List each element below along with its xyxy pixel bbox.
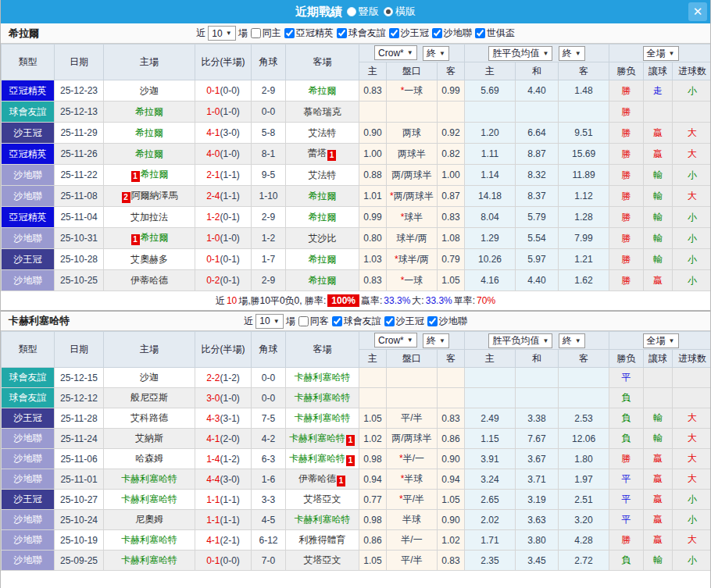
- away-team-name: 卡赫利塞哈特: [295, 372, 351, 383]
- competition-checkbox-item[interactable]: 沙地聯: [427, 315, 467, 328]
- away-team-cell: 慕哈瑞克: [286, 102, 359, 123]
- away-team-cell: 希拉爾: [286, 80, 359, 102]
- recent-count-select[interactable]: 10▼: [208, 26, 235, 41]
- matches-label: 場: [238, 27, 248, 40]
- home-team-name: 艾加拉法: [130, 212, 168, 223]
- result-winloss: 負: [609, 388, 644, 408]
- competition-checkbox[interactable]: [384, 316, 395, 326]
- avg-select[interactable]: 胜平负均值▼: [488, 333, 552, 348]
- avg-home: 2.35: [465, 551, 516, 571]
- result-goals: 小: [673, 510, 711, 530]
- odds-away: [438, 102, 465, 123]
- away-team-cell: 卡赫利塞哈特: [286, 368, 359, 388]
- close-button[interactable]: ✕: [688, 2, 707, 21]
- recent-count-value: 10: [212, 28, 222, 39]
- same-venue-checkbox-item[interactable]: 同主: [250, 27, 281, 40]
- match-date: 25-10-19: [55, 530, 104, 551]
- competition-checkbox-item[interactable]: 球會友誼: [336, 27, 386, 40]
- avg-home: [465, 368, 516, 388]
- competition-checkbox-item[interactable]: 世俱盃: [474, 27, 515, 40]
- competition-checkbox[interactable]: [337, 28, 347, 38]
- away-team-cell: 卡赫利塞哈特: [286, 510, 359, 530]
- recent-count-select[interactable]: 10▼: [255, 314, 283, 329]
- away-team-cell: 希拉爾: [286, 186, 359, 207]
- home-team-name: 尼奧姆: [135, 514, 163, 525]
- halftime-score: (1-1): [220, 515, 240, 526]
- scope-select[interactable]: 全場▼: [643, 46, 679, 61]
- result-winloss: 勝: [609, 165, 644, 186]
- competition-checkbox-item[interactable]: 沙王冠: [388, 27, 429, 40]
- avg-home: 1.15: [465, 429, 516, 449]
- halftime-score: (1-0): [220, 233, 240, 244]
- corner-count: 1-2: [252, 228, 286, 249]
- avg-draw: 5.97: [516, 249, 559, 270]
- competition-label: 世俱盃: [487, 27, 515, 40]
- competition-checkbox-item[interactable]: 亞冠精英: [284, 27, 334, 40]
- competition-checkbox-item[interactable]: 球會友誼: [331, 315, 381, 328]
- avg-select[interactable]: 胜平负均值▼: [488, 46, 552, 61]
- handicap-text: 球半/两: [398, 254, 429, 265]
- corner-count: 8-1: [252, 144, 286, 165]
- away-team-name: 卡赫利塞哈特: [295, 392, 351, 403]
- same-venue-checkbox-item[interactable]: 同客: [298, 315, 329, 328]
- competition-checkbox[interactable]: [427, 316, 438, 326]
- score-cell: 4-1(2-0): [195, 429, 252, 449]
- layout-radio-horizontal[interactable]: 橫版: [384, 5, 416, 19]
- same-venue-label: 同客: [310, 315, 329, 328]
- avg-final-select[interactable]: 終▼: [559, 46, 585, 61]
- result-winloss: 勝: [609, 228, 644, 249]
- corner-count: 7-0: [252, 551, 286, 571]
- fulltime-score: 4-3: [206, 413, 220, 424]
- result-winloss: 平: [609, 510, 644, 530]
- competition-checkbox[interactable]: [389, 28, 399, 38]
- home-team-cell: 希拉爾: [104, 123, 195, 144]
- fulltime-score: 1-0: [206, 106, 220, 117]
- rank-badge: 2: [122, 192, 130, 203]
- layout-radio-vertical[interactable]: 豎版: [347, 5, 379, 19]
- dropdown-caret-icon: ▼: [669, 337, 675, 344]
- competition-checkbox[interactable]: [332, 316, 342, 326]
- col-header-away: 客場: [286, 45, 359, 80]
- competition-checkbox[interactable]: [432, 28, 442, 38]
- bookmaker-select[interactable]: Crow*▼: [374, 45, 417, 60]
- odds-final-select[interactable]: 終▼: [423, 333, 449, 348]
- away-team-cell: 艾法特: [286, 165, 359, 186]
- rank-badge: 1: [346, 435, 355, 446]
- avg-draw: 3.71: [516, 469, 559, 490]
- scope-select[interactable]: 全場▼: [643, 333, 679, 348]
- odds-away: 1.02: [438, 530, 465, 551]
- odds-home: 0.90: [359, 123, 387, 144]
- col-header-odds-home: 主: [359, 350, 387, 368]
- corner-count: 1-6: [252, 469, 286, 490]
- avg-draw: 3.67: [516, 449, 559, 469]
- corner-count: 6-3: [252, 449, 286, 469]
- rank-badge: 1: [346, 455, 355, 466]
- handicap-line: *球半/两: [387, 249, 438, 270]
- avg-away: 1.48: [559, 80, 609, 102]
- competition-checkbox[interactable]: [475, 28, 485, 38]
- competition-checkbox-item[interactable]: 沙王冠: [384, 315, 424, 328]
- competition-label: 沙地聯: [439, 315, 467, 328]
- handicap-line: 两/两球半: [387, 429, 438, 449]
- match-row: 沙地聯25-11-082阿爾納澤馬2-4(1-1)1-10希拉爾1.01*两/两…: [2, 186, 711, 207]
- result-winloss: 勝: [609, 449, 644, 469]
- odds-group-header: Crow*▼ 終▼: [359, 45, 465, 62]
- odds-away: 0.86: [438, 429, 465, 449]
- competition-checkbox[interactable]: [284, 28, 295, 38]
- home-team-name: 希拉爾: [141, 232, 169, 243]
- same-venue-checkbox[interactable]: [298, 316, 309, 326]
- dropdown-caret-icon: ▼: [439, 50, 445, 57]
- competition-checkbox-item[interactable]: 沙地聯: [431, 27, 472, 40]
- away-team-cell: 伊蒂哈德1: [286, 469, 359, 490]
- bookmaker-select[interactable]: Crow*▼: [374, 333, 417, 347]
- odds-home: 1.05: [359, 551, 387, 571]
- rank-badge: 1: [131, 171, 140, 182]
- odds-final-select[interactable]: 終▼: [423, 46, 449, 61]
- home-team-name: 沙迦: [140, 85, 159, 96]
- match-row: 沙王冠25-10-28艾奧赫多0-1(0-1)1-7希拉爾1.03*球半/两0.…: [2, 249, 711, 270]
- handicap-line: [387, 388, 438, 408]
- result-winloss: 勝: [609, 102, 644, 123]
- same-venue-checkbox[interactable]: [251, 28, 261, 38]
- home-team-name: 艾納斯: [135, 433, 163, 444]
- avg-final-select[interactable]: 終▼: [559, 333, 585, 348]
